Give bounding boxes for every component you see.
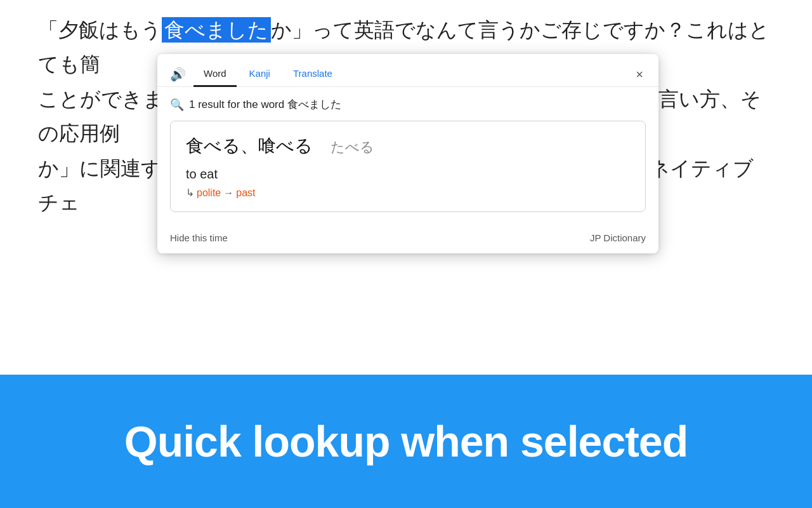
popup-header: 🔊 Word Kanji Translate × <box>157 54 658 87</box>
background-content: 「夕飯はもう食べましたか」って英語でなんて言うかご存じですか？これはとても簡 こ… <box>0 0 812 375</box>
result-card: 食べる、喰べる たべる to eat ↳ polite → past <box>170 121 646 212</box>
word-meaning: to eat <box>186 167 630 182</box>
word-header: 食べる、喰べる たべる <box>186 134 630 161</box>
search-result-header: 🔍 1 result for the word 食べました <box>170 97 646 112</box>
grammar-prefix: ↳ <box>186 187 194 199</box>
audio-icon: 🔊 <box>170 67 186 82</box>
grammar-arrow: → <box>223 187 233 199</box>
audio-button[interactable]: 🔊 <box>165 63 191 86</box>
grammar-past: past <box>236 187 255 199</box>
word-grammar: ↳ polite → past <box>186 187 630 199</box>
bottom-banner: Quick lookup when selected <box>0 375 812 508</box>
grammar-polite: polite <box>197 187 221 199</box>
close-icon: × <box>636 67 643 81</box>
dictionary-popup: 🔊 Word Kanji Translate × 🔍 1 result for … <box>157 54 658 253</box>
tab-kanji[interactable]: Kanji <box>239 62 280 87</box>
tab-translate[interactable]: Translate <box>283 62 343 87</box>
jp-dictionary-link[interactable]: JP Dictionary <box>590 232 646 243</box>
highlighted-word: 食べました <box>162 17 271 43</box>
line1-before: 「夕飯はもう <box>38 18 162 41</box>
close-button[interactable]: × <box>631 65 648 83</box>
word-reading: たべる <box>331 138 374 157</box>
bottom-banner-text: Quick lookup when selected <box>124 417 688 466</box>
word-kanji: 食べる、喰べる <box>186 134 313 158</box>
tab-word[interactable]: Word <box>193 62 237 87</box>
search-result-label: 1 result for the word 食べました <box>189 97 341 112</box>
hide-this-time-link[interactable]: Hide this time <box>170 232 228 243</box>
popup-body: 🔍 1 result for the word 食べました 食べる、喰べる たべ… <box>157 87 658 232</box>
popup-footer: Hide this time JP Dictionary <box>157 232 658 253</box>
search-icon: 🔍 <box>170 98 184 112</box>
